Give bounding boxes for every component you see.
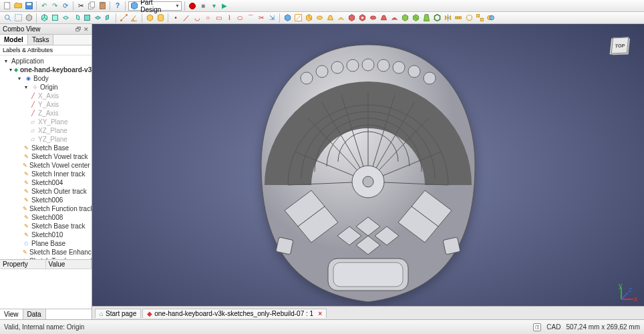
view-top-icon[interactable] [61, 13, 70, 23]
view-left-icon[interactable] [104, 13, 113, 23]
tree-item[interactable]: ✎Sketch004 [0, 178, 92, 187]
sketch-line-icon[interactable]: ／ [182, 13, 191, 23]
sketch-polyline-icon[interactable]: ⌇ [224, 13, 234, 23]
tree-application[interactable]: ▾Application [0, 57, 92, 65]
tree-item[interactable]: ✎Sketch Vowel center [0, 161, 92, 170]
tree-item[interactable]: ✎Sketch Base Enhancement [0, 248, 92, 257]
pd-boolean-icon[interactable] [486, 13, 495, 23]
pd-draft-icon[interactable] [422, 13, 431, 23]
paste-icon[interactable] [98, 1, 107, 11]
tab-model[interactable]: Model [0, 35, 28, 45]
tree-document[interactable]: ▾◆one-hand-keyboard-v3k-sketches… [0, 65, 92, 74]
pd-pocket-icon[interactable] [347, 13, 356, 23]
pd-groove-icon[interactable] [368, 13, 377, 23]
view-right-icon[interactable] [71, 13, 81, 23]
pd-linear-pattern-icon[interactable] [454, 13, 463, 23]
tree-body[interactable]: ▾◉Body [0, 74, 92, 83]
tab-tasks[interactable]: Tasks [28, 35, 54, 45]
tree-axis[interactable]: ╱Y_Axis [0, 100, 92, 109]
pd-revolution-icon[interactable] [315, 13, 324, 23]
tree-item[interactable]: ✎Sketch Base [0, 144, 92, 152]
sketch-rect-icon[interactable]: ▭ [214, 13, 223, 23]
view-iso-icon[interactable] [39, 13, 49, 23]
navigation-cube[interactable]: TOP [605, 31, 635, 60]
tree-item[interactable]: ✎Sketch Outer track [0, 187, 92, 196]
pd-pad-icon[interactable] [304, 13, 313, 23]
fit-selection-icon[interactable] [13, 13, 23, 23]
tree-axis[interactable]: ╱Z_Axis [0, 109, 92, 118]
draw-style-icon[interactable] [24, 13, 33, 23]
macro-record-icon[interactable] [188, 1, 197, 11]
cut-icon[interactable]: ✂ [76, 1, 86, 11]
tree-axis[interactable]: ╱X_Axis [0, 92, 92, 100]
close-tab-icon[interactable]: × [318, 310, 322, 317]
sketch-point-icon[interactable]: • [171, 13, 180, 23]
pd-polar-pattern-icon[interactable] [464, 13, 474, 23]
open-icon[interactable] [13, 1, 23, 11]
sketch-fillet-icon[interactable]: ⌒ [246, 13, 255, 23]
new-icon[interactable] [3, 1, 12, 11]
pd-sweep-icon[interactable] [336, 13, 345, 23]
sketch-arc-icon[interactable]: ◡ [192, 13, 202, 23]
redo-icon[interactable]: ↷ [50, 1, 59, 11]
view-rear-icon[interactable] [82, 13, 92, 23]
pd-multitransform-icon[interactable] [475, 13, 484, 23]
pd-newsketch-icon[interactable] [293, 13, 303, 23]
view-bottom-icon[interactable] [93, 13, 102, 23]
macro-list-icon[interactable]: ▾ [209, 1, 218, 11]
view-front-icon[interactable] [50, 13, 59, 23]
sketch-trim-icon[interactable]: ✂ [257, 13, 266, 23]
tree-origin[interactable]: ▾⊹Origin [0, 83, 92, 92]
svg-rect-8 [15, 15, 21, 21]
pd-chamfer-icon[interactable] [411, 13, 420, 23]
tree-item[interactable]: ✎Sketch Base track [0, 222, 92, 230]
pd-subloft-icon[interactable] [379, 13, 388, 23]
macro-stop-icon[interactable]: ■ [198, 1, 208, 11]
tree-plane[interactable]: ▱XY_Plane [0, 118, 92, 126]
property-tab-data[interactable]: Data [23, 309, 46, 319]
save-icon[interactable] [24, 1, 33, 11]
undo-icon[interactable]: ↶ [39, 1, 49, 11]
measure-distance-icon[interactable] [119, 13, 128, 23]
property-col-value[interactable]: Value [46, 260, 92, 269]
tab-start-page[interactable]: ⌂ Start page [95, 309, 141, 318]
fit-all-icon[interactable] [3, 13, 12, 23]
model-view[interactable] [92, 24, 644, 319]
pd-thickness-icon[interactable] [432, 13, 442, 23]
close-panel-icon[interactable]: 🗗 ✕ [75, 26, 89, 33]
tree-plane[interactable]: ▱XZ_Plane [0, 126, 92, 135]
tree-item[interactable]: ✎Sketch006 [0, 196, 92, 204]
pd-subsweep-icon[interactable] [389, 13, 399, 23]
tree-item[interactable]: ◇Plane Base [0, 239, 92, 248]
tab-document[interactable]: ◆ one-hand-keyboard-v3k-sketches_only-Re… [142, 309, 327, 318]
pd-loft-icon[interactable] [325, 13, 335, 23]
sketch-circle-icon[interactable]: ○ [203, 13, 212, 23]
pd-fillet-icon[interactable] [400, 13, 410, 23]
sketch-external-icon[interactable]: ⇲ [267, 13, 277, 23]
3d-viewport[interactable]: TOP x y z ⌂ Start page ◆ one-hand-keyboa… [92, 24, 644, 319]
tree-plane[interactable]: ▱YZ_Plane [0, 135, 92, 144]
tree-item[interactable]: ✎Sketch Function track [0, 204, 92, 213]
tree-item[interactable]: ✎Sketch Inner track [0, 170, 92, 178]
whatsthis-icon[interactable]: ? [113, 1, 122, 11]
cad-navigation-icon[interactable]: ◫ [533, 323, 541, 331]
tree-item[interactable]: ✎Sketch010 [0, 230, 92, 239]
pd-mirror-icon[interactable] [443, 13, 452, 23]
part-box-icon[interactable] [145, 13, 154, 23]
sketch-slot-icon[interactable]: ⬭ [235, 13, 245, 23]
macro-play-icon[interactable]: ▶ [220, 1, 229, 11]
copy-icon[interactable] [87, 1, 96, 11]
model-tree[interactable]: ▾Application ▾◆one-hand-keyboard-v3k-ske… [0, 55, 92, 259]
refresh-icon[interactable]: ⟳ [61, 1, 70, 11]
property-tab-view[interactable]: View [0, 309, 23, 319]
part-cylinder-icon[interactable] [156, 13, 165, 23]
tree-item[interactable]: ✎Sketch Vowel track [0, 152, 92, 161]
svg-point-29 [301, 72, 313, 84]
measure-angle-icon[interactable] [130, 13, 139, 23]
navcube-face[interactable]: TOP [611, 37, 629, 54]
workbench-selector[interactable]: Part Design ▼ [128, 1, 182, 11]
pd-hole-icon[interactable] [357, 13, 367, 23]
tree-item[interactable]: ✎Sketch008 [0, 213, 92, 222]
property-col-property[interactable]: Property [0, 260, 46, 269]
pd-body-icon[interactable] [283, 13, 292, 23]
